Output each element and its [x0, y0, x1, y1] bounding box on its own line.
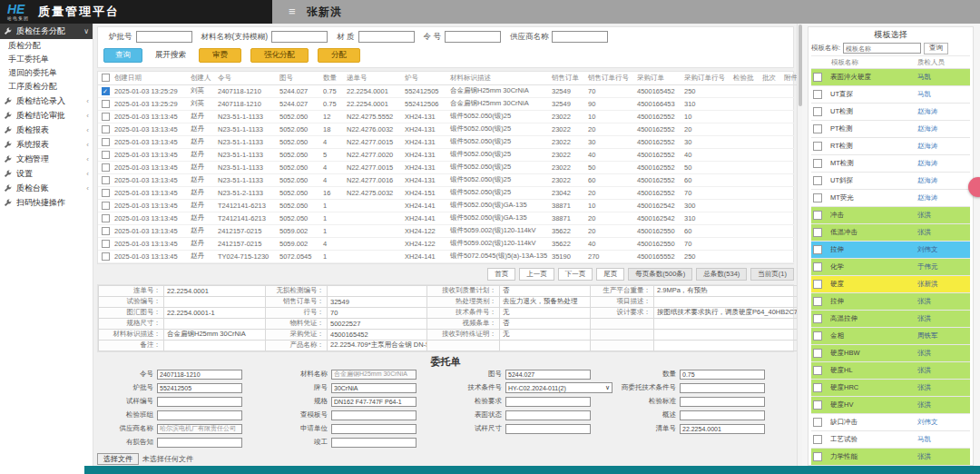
order-number-link[interactable]: N23-51-1-1133 [216, 173, 278, 186]
form-input[interactable] [157, 438, 242, 448]
expand-search-button[interactable]: 展开搜索 [152, 48, 190, 63]
form-input[interactable] [680, 424, 765, 434]
template-row[interactable]: UT检测赵海涛 [811, 104, 970, 121]
row-checkbox[interactable] [102, 189, 110, 197]
form-input[interactable] [157, 410, 242, 420]
table-row[interactable]: 2025-01-03 13:13:45赵丹T2412141-62135052.0… [98, 199, 798, 212]
template-row-checkbox[interactable] [813, 142, 822, 151]
inspector-name[interactable]: 张洪 [917, 228, 968, 237]
template-row[interactable]: 硬度张新洪 [811, 276, 970, 293]
template-row[interactable]: 化学于伟元 [811, 259, 970, 276]
template-row-checkbox[interactable] [813, 245, 822, 254]
inspector-name[interactable]: 张洪 [917, 400, 968, 410]
form-input[interactable] [680, 397, 765, 407]
row-checkbox[interactable] [102, 138, 110, 146]
row-checkbox[interactable] [102, 176, 110, 184]
enhanced-assign-button[interactable]: 强化分配 [250, 48, 309, 63]
table-row[interactable]: 2025-01-03 13:13:45赵丹N23-51-1-11335052.0… [98, 110, 798, 123]
template-row[interactable]: RT检测赵海涛 [811, 138, 970, 155]
file-select-button[interactable]: 选择文件 [97, 453, 139, 465]
template-row-checkbox[interactable] [813, 280, 822, 289]
order-number-link[interactable]: N23-51-1-1133 [216, 135, 278, 148]
last-page-button[interactable]: 尾页 [596, 268, 624, 281]
template-row-checkbox[interactable] [813, 314, 822, 323]
template-row[interactable]: 低温冲击张洪 [811, 224, 970, 242]
fee-review-button[interactable]: 审费 [199, 48, 241, 63]
hamburger-icon[interactable]: ≡ [289, 5, 296, 18]
inspector-name[interactable]: 马凯 [917, 73, 968, 82]
query-button[interactable]: 查询 [103, 48, 142, 63]
template-row-checkbox[interactable] [813, 435, 822, 444]
sidebar-item[interactable]: 设置‹ [0, 166, 93, 181]
order-number-link[interactable]: T2412141-6213 [216, 199, 278, 212]
order-number-link[interactable]: N23-51-1-1133 [216, 110, 278, 123]
inspector-name[interactable]: 张洪 [917, 349, 968, 358]
template-row-checkbox[interactable] [813, 383, 822, 392]
assign-button[interactable]: 分配 [318, 48, 360, 63]
form-input[interactable] [157, 370, 242, 380]
search-input[interactable] [445, 31, 501, 43]
inspector-name[interactable]: 张洪 [917, 211, 968, 220]
row-checkbox[interactable] [102, 202, 110, 210]
table-row[interactable]: 2025-01-03 13:13:45赵丹N23-51-1-11335052.0… [98, 148, 798, 161]
sidebar-item[interactable]: 扫码快捷操作 [0, 195, 93, 210]
table-row[interactable]: 2025-01-03 13:13:45赵丹2412157-02155059.00… [98, 224, 798, 237]
template-row[interactable]: 硬度HRC张洪 [811, 380, 970, 397]
tech-condition-select[interactable]: HY-C02.2024-011(2)∨ [505, 382, 612, 393]
template-row[interactable]: 硬度HL张洪 [811, 362, 970, 380]
inspector-name[interactable]: 张新洪 [917, 280, 968, 289]
table-row[interactable]: 2025-01-03 13:13:45赵丹TY024-715-12305072.… [98, 250, 798, 262]
sidebar-item[interactable]: 质检结论录入‹ [0, 94, 93, 108]
sidebar-item[interactable]: 质检台账‹ [0, 181, 93, 195]
inspector-name[interactable]: 赵海涛 [917, 142, 968, 151]
template-row[interactable]: 缺口冲击刘伟文 [811, 414, 970, 431]
prev-page-button[interactable]: 上一页 [519, 268, 554, 281]
order-number-link[interactable]: 2412157-0215 [216, 224, 278, 237]
order-number-link[interactable]: T2412141-6213 [216, 212, 278, 224]
template-row-checkbox[interactable] [813, 418, 822, 427]
row-checkbox[interactable] [102, 227, 110, 235]
template-row[interactable]: MT检测赵海涛 [811, 155, 970, 173]
sidebar-item[interactable]: 质检结论审批‹ [0, 108, 93, 123]
inspector-name[interactable]: 于伟元 [917, 262, 968, 272]
form-input[interactable] [505, 424, 591, 434]
next-page-button[interactable]: 下一页 [558, 268, 593, 281]
template-row[interactable]: MT荧光赵海涛 [811, 190, 970, 207]
template-row[interactable]: 冲击张洪 [811, 207, 970, 224]
template-row-checkbox[interactable] [813, 176, 822, 185]
template-row[interactable]: 拉伸张洪 [811, 293, 970, 311]
template-search-input[interactable] [843, 43, 921, 54]
table-row[interactable]: 2025-01-03 13:13:45赵丹N23-51-1-11335052.0… [98, 161, 798, 173]
order-number-link[interactable]: N23-51-1-1133 [216, 161, 278, 173]
template-row[interactable]: 工艺试验马凯 [811, 431, 970, 449]
order-number-link[interactable]: 2407118-1210 [216, 84, 278, 97]
template-row-checkbox[interactable] [813, 452, 822, 461]
template-row[interactable]: 金相周铁军 [811, 328, 970, 345]
template-row-checkbox[interactable] [813, 262, 822, 272]
select-all-checkbox[interactable] [102, 74, 110, 82]
table-row[interactable]: 2025-01-03 13:25:29刘英2407118-12105244.02… [98, 97, 798, 110]
row-checkbox[interactable] [102, 163, 110, 172]
row-checkbox[interactable] [102, 151, 110, 159]
row-checkbox[interactable] [102, 113, 110, 121]
sidebar-item[interactable]: 文档管理‹ [0, 152, 93, 166]
form-input[interactable] [505, 397, 591, 407]
inspector-name[interactable]: 张洪 [917, 366, 968, 375]
template-row-checkbox[interactable] [813, 124, 822, 133]
template-row[interactable]: 硬度HV张洪 [811, 397, 970, 414]
row-checkbox[interactable] [102, 125, 110, 133]
form-input[interactable] [680, 410, 765, 420]
template-row-checkbox[interactable] [813, 73, 822, 82]
search-input[interactable] [136, 31, 192, 43]
row-checkbox[interactable] [102, 240, 110, 248]
form-input[interactable] [157, 397, 242, 407]
inspector-name[interactable]: 赵海涛 [917, 159, 968, 168]
inspector-name[interactable]: 刘伟文 [917, 245, 968, 254]
inspector-name[interactable]: 张洪 [917, 452, 968, 461]
form-input[interactable] [331, 383, 416, 393]
template-row-checkbox[interactable] [813, 331, 822, 341]
template-row-checkbox[interactable] [813, 193, 822, 202]
order-number-link[interactable]: 2412157-0215 [216, 237, 278, 250]
table-row[interactable]: 2025-01-03 13:13:45赵丹T2412141-62135052.0… [98, 212, 798, 224]
template-row-checkbox[interactable] [813, 211, 822, 220]
